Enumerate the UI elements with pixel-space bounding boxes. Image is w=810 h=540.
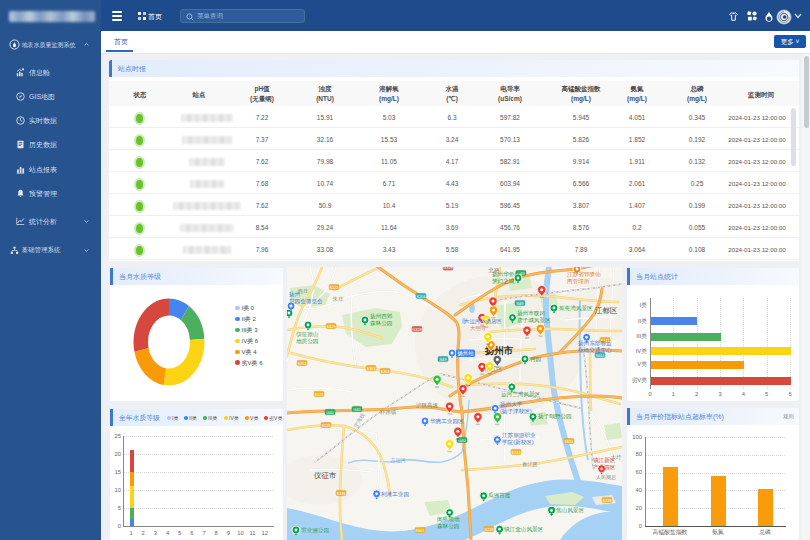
svg-text:S125: S125	[314, 392, 324, 397]
svg-text:春江路: 春江路	[522, 461, 538, 468]
svg-text:S363: S363	[366, 366, 376, 371]
svg-text:茱萸湾风景区: 茱萸湾风景区	[559, 305, 593, 312]
svg-text:S125: S125	[329, 285, 339, 290]
svg-text:X001: X001	[415, 528, 425, 533]
svg-text:大圩: 大圩	[611, 454, 623, 460]
svg-text:S363: S363	[380, 369, 390, 374]
svg-text:西庄: 西庄	[298, 288, 310, 295]
svg-text:仪征市: 仪征市	[314, 471, 337, 480]
svg-text:地质公园: 地质公园	[296, 338, 318, 344]
svg-text:G328: G328	[443, 267, 454, 270]
svg-text:焦山风景区: 焦山风景区	[556, 507, 584, 514]
svg-text:S336: S336	[336, 491, 346, 496]
svg-text:何园: 何园	[530, 356, 541, 363]
svg-text:世业洲公园: 世业洲公园	[301, 527, 329, 534]
svg-text:利滩工业园: 利滩工业园	[381, 491, 409, 498]
svg-text:S611: S611	[595, 353, 605, 358]
svg-text:S338: S338	[602, 498, 612, 503]
svg-text:人民网店: 人民网店	[596, 474, 616, 480]
svg-text:G40: G40	[326, 410, 334, 415]
svg-text:G40: G40	[353, 407, 361, 412]
svg-text:S49: S49	[439, 357, 447, 362]
svg-text:S243: S243	[511, 450, 521, 455]
svg-text:镇江金山风景区: 镇江金山风景区	[504, 526, 544, 533]
svg-text:S49: S49	[516, 301, 524, 306]
svg-text:华腾工业园区: 华腾工业园区	[430, 418, 464, 425]
svg-text:森林公园: 森林公园	[370, 320, 392, 326]
svg-text:S125: S125	[321, 423, 331, 428]
svg-text:学院(新校区): 学院(新校区)	[502, 439, 534, 446]
svg-text:北路: 北路	[488, 267, 501, 274]
svg-text:梦幻之城: 梦幻之城	[492, 278, 515, 285]
svg-text:大明寺: 大明寺	[470, 325, 487, 331]
svg-text:S329: S329	[326, 324, 336, 329]
svg-text:森林公园: 森林公园	[437, 523, 459, 529]
svg-text:(扬子津校区): (扬子津校区)	[500, 408, 532, 415]
svg-text:S611: S611	[564, 439, 574, 444]
svg-text:扬州站: 扬州站	[457, 350, 474, 357]
svg-text:朴席镇: 朴席镇	[379, 409, 397, 415]
svg-text:朱庄: 朱庄	[333, 296, 345, 302]
svg-text:闸管理所: 闸管理所	[567, 278, 590, 285]
svg-text:G233: G233	[484, 527, 495, 532]
svg-text:世园会博览会: 世园会博览会	[289, 298, 323, 305]
svg-text:瓜洲古渡: 瓜洲古渡	[488, 492, 511, 499]
svg-text:沪陕高速: 沪陕高速	[416, 402, 439, 409]
svg-text:扬子颐野公园: 扬子颐野公园	[538, 413, 572, 420]
svg-text:G328: G328	[412, 327, 423, 332]
svg-text:S353: S353	[297, 361, 307, 366]
svg-text:运河三湾风景区: 运河三湾风景区	[501, 391, 541, 398]
svg-text:产业园区: 产业园区	[593, 464, 616, 470]
svg-text:江都区: 江都区	[595, 306, 618, 315]
svg-text:枢纽交通中心: 枢纽交通中心	[578, 346, 612, 353]
svg-text:古运河: 古运河	[390, 457, 406, 464]
svg-text:大运河xx酒店区: 大运河xx酒店区	[464, 318, 502, 325]
svg-text:X204: X204	[416, 294, 426, 299]
svg-text:唐子城风景区: 唐子城风景区	[517, 317, 551, 324]
